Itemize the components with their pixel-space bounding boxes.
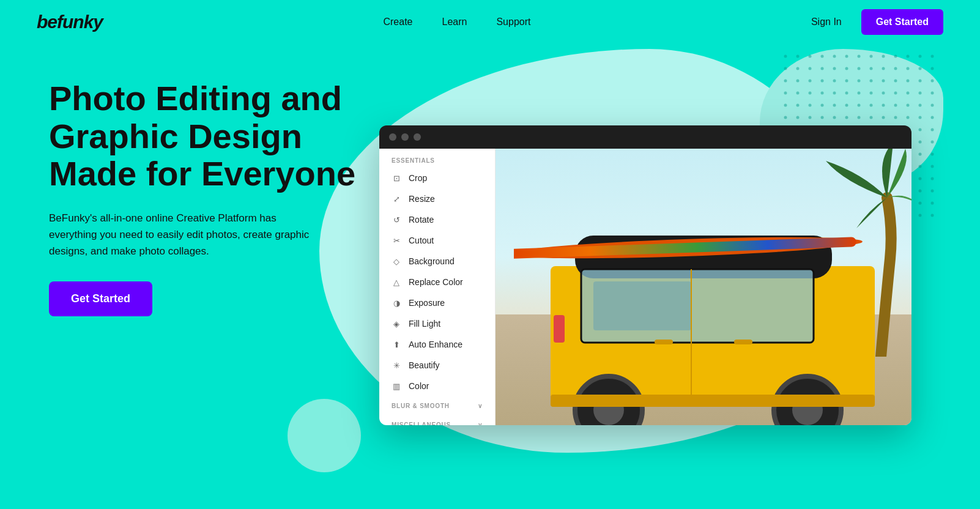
svg-point-195	[919, 214, 922, 217]
nav-item-create[interactable]: Create	[383, 17, 412, 28]
svg-point-92	[931, 116, 934, 119]
sign-in-link[interactable]: Sign In	[811, 17, 842, 28]
svg-point-69	[809, 104, 812, 107]
sidebar-item-auto-enhance[interactable]: ⬆ Auto Enhance	[379, 334, 495, 355]
sidebar-item-cutout[interactable]: ✂ Cutout	[379, 230, 495, 251]
fill-light-icon: ◈	[392, 319, 401, 329]
svg-point-89	[894, 116, 897, 119]
hero-heading: Photo Editing and Graphic Design Made fo…	[49, 80, 367, 193]
svg-point-131	[931, 153, 934, 156]
app-screenshot: ESSENTIALS ⊡ Crop ⤢ Resize ↺ Rotate ✂ Cu…	[379, 125, 911, 425]
svg-point-74	[870, 104, 873, 107]
get-started-nav-button[interactable]: Get Started	[861, 9, 943, 35]
svg-point-144	[931, 165, 934, 168]
rotate-icon: ↺	[392, 215, 401, 225]
svg-point-72	[845, 104, 848, 107]
svg-point-15	[784, 55, 787, 58]
svg-point-50	[894, 80, 897, 83]
svg-point-157	[931, 177, 934, 180]
svg-point-86	[858, 116, 861, 119]
sidebar-label-rotate: Rotate	[409, 215, 434, 225]
nav-item-learn[interactable]: Learn	[442, 17, 467, 28]
svg-rect-5	[655, 340, 673, 344]
sidebar-label-auto-enhance: Auto Enhance	[409, 340, 462, 349]
sidebar-item-exposure[interactable]: ◑ Exposure	[379, 292, 495, 313]
app-body: ESSENTIALS ⊡ Crop ⤢ Resize ↺ Rotate ✂ Cu…	[379, 149, 911, 425]
nav-links: Create Learn Support	[383, 17, 530, 28]
svg-point-196	[931, 214, 934, 217]
svg-rect-13	[551, 395, 875, 407]
svg-point-55	[796, 92, 800, 95]
svg-point-105	[931, 128, 934, 132]
sidebar-item-beautify[interactable]: ✳ Beautify	[379, 355, 495, 376]
svg-point-84	[833, 116, 836, 119]
sidebar-section-essentials: ESSENTIALS	[379, 149, 495, 168]
svg-point-78	[919, 104, 922, 107]
titlebar-dot-2	[401, 133, 409, 141]
svg-rect-3	[593, 281, 691, 330]
svg-point-25	[907, 55, 910, 58]
titlebar-dot-3	[414, 133, 421, 141]
logo[interactable]: befunky	[37, 12, 103, 32]
svg-point-80	[784, 116, 787, 119]
sidebar-item-color[interactable]: ▥ Color	[379, 376, 495, 396]
sidebar-item-rotate[interactable]: ↺ Rotate	[379, 209, 495, 230]
svg-point-20	[845, 55, 848, 58]
app-canvas	[496, 149, 911, 425]
svg-point-51	[907, 80, 910, 83]
sidebar-label-resize: Resize	[409, 194, 435, 204]
svg-point-16	[796, 55, 800, 58]
palm-tree	[789, 149, 911, 357]
resize-icon: ⤢	[392, 194, 401, 204]
svg-point-71	[833, 104, 836, 107]
sidebar-section-blur[interactable]: BLUR & SMOOTH ∨	[379, 396, 495, 415]
nav-right: Sign In Get Started	[811, 9, 943, 35]
titlebar-dot-1	[389, 133, 396, 141]
nav-link-support[interactable]: Support	[496, 17, 530, 27]
sidebar-label-replace-color: Replace Color	[409, 277, 463, 287]
svg-point-31	[821, 67, 824, 70]
svg-point-58	[833, 92, 836, 95]
background-icon: ◇	[392, 256, 401, 266]
svg-point-33	[845, 67, 848, 70]
sidebar-item-fill-light[interactable]: ◈ Fill Light	[379, 313, 495, 334]
svg-point-52	[919, 80, 922, 83]
sidebar-item-background[interactable]: ◇ Background	[379, 251, 495, 272]
svg-point-32	[833, 67, 836, 70]
svg-point-28	[784, 67, 787, 70]
svg-point-77	[907, 104, 910, 107]
auto-enhance-icon: ⬆	[392, 340, 401, 349]
sidebar-section-misc[interactable]: MISCELLANEOUS ∨	[379, 415, 495, 425]
get-started-hero-button[interactable]: Get Started	[49, 281, 152, 316]
svg-point-47	[858, 80, 861, 83]
svg-point-130	[919, 153, 922, 156]
svg-point-68	[796, 104, 800, 107]
navigation: befunky Create Learn Support Sign In Get…	[0, 0, 980, 44]
sidebar-item-replace-color[interactable]: △ Replace Color	[379, 272, 495, 292]
svg-point-19	[833, 55, 836, 58]
replace-color-icon: △	[392, 277, 401, 287]
color-icon: ▥	[392, 381, 401, 391]
svg-point-39	[919, 67, 922, 70]
svg-point-22	[870, 55, 873, 58]
svg-point-88	[882, 116, 885, 119]
chevron-down-icon: ∨	[478, 403, 483, 409]
svg-point-38	[907, 67, 910, 70]
svg-point-26	[919, 55, 922, 58]
svg-rect-6	[734, 340, 752, 344]
svg-point-61	[870, 92, 873, 95]
svg-point-90	[907, 116, 910, 119]
svg-point-18	[821, 55, 824, 58]
svg-point-24	[894, 55, 897, 58]
sidebar-section-blur-label: BLUR & SMOOTH	[392, 403, 450, 409]
svg-point-29	[796, 67, 800, 70]
sidebar-item-crop[interactable]: ⊡ Crop	[379, 168, 495, 188]
sidebar-label-fill-light: Fill Light	[409, 319, 440, 329]
sidebar-item-resize[interactable]: ⤢ Resize	[379, 188, 495, 209]
sidebar-section-misc-label: MISCELLANEOUS	[392, 422, 451, 425]
svg-point-21	[858, 55, 861, 58]
nav-link-create[interactable]: Create	[383, 17, 412, 27]
svg-point-170	[931, 190, 934, 193]
nav-link-learn[interactable]: Learn	[442, 17, 467, 27]
nav-item-support[interactable]: Support	[496, 17, 530, 28]
